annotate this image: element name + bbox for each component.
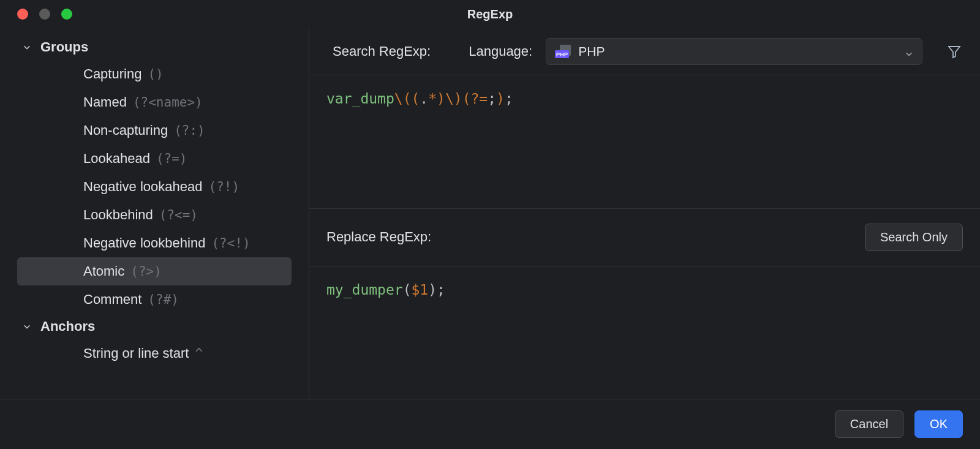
tree-item-hint: (?:) xyxy=(174,123,205,138)
tree-item-negative-lookbehind[interactable]: Negative lookbehind (?<!) xyxy=(17,229,292,257)
search-toolbar: Search RegExp: Language: PHP PHP xyxy=(309,28,980,75)
tree-item-hint: (?!) xyxy=(208,179,239,194)
titlebar: RegExp xyxy=(0,0,980,28)
tree-item-hint: () xyxy=(148,67,163,81)
language-select[interactable]: PHP PHP xyxy=(546,38,922,65)
close-window-button[interactable] xyxy=(17,9,28,20)
tree-item-label: Negative lookbehind xyxy=(83,235,205,251)
dialog-content: Groups Capturing () Named (?<name>) Non-… xyxy=(0,28,980,399)
group-label: Groups xyxy=(40,39,88,55)
search-only-button[interactable]: Search Only xyxy=(865,224,963,251)
tree-item-negative-lookahead[interactable]: Negative lookahead (?!) xyxy=(17,173,292,201)
tree-item-lookbehind[interactable]: Lookbehind (?<=) xyxy=(17,201,292,229)
search-regexp-editor[interactable]: var_dump\((.*)\)(?=;); xyxy=(309,75,980,209)
minimize-window-button[interactable] xyxy=(39,9,50,20)
tree-item-label: Lookahead xyxy=(83,151,150,167)
window-controls xyxy=(0,9,72,20)
chevron-down-icon xyxy=(22,42,32,52)
tree-item-string-start[interactable]: String or line start ^ xyxy=(17,339,292,368)
dialog-footer: Cancel OK xyxy=(0,399,980,449)
token-identifier: my_dumper xyxy=(326,282,403,298)
tree-item-lookahead[interactable]: Lookahead (?=) xyxy=(17,145,292,173)
tree-item-comment[interactable]: Comment (?#) xyxy=(17,285,292,314)
svg-marker-0 xyxy=(949,47,960,58)
group-header-anchors[interactable]: Anchors xyxy=(0,314,309,339)
tree-item-label: Negative lookahead xyxy=(83,179,202,195)
token-group: ) xyxy=(437,91,445,107)
tree-item-non-capturing[interactable]: Non-capturing (?:) xyxy=(17,116,292,145)
search-regexp-label: Search RegExp: xyxy=(333,43,431,59)
tree-item-named[interactable]: Named (?<name>) xyxy=(17,88,292,116)
token-quantifier: * xyxy=(428,91,437,107)
chevron-down-icon xyxy=(905,47,913,56)
php-file-icon: PHP xyxy=(555,45,571,58)
filter-icon[interactable] xyxy=(946,43,963,60)
token-literal: . xyxy=(420,91,428,107)
token-backref: $1 xyxy=(411,282,428,298)
tree-item-label: Non-capturing xyxy=(83,123,168,138)
tree-item-hint: (?>) xyxy=(130,264,162,279)
zoom-window-button[interactable] xyxy=(61,9,72,20)
token-escape: \( xyxy=(394,91,412,107)
tree-item-hint: (?<!) xyxy=(211,236,250,251)
token-literal: ) xyxy=(428,282,437,298)
tree-item-hint: (?=) xyxy=(156,151,187,166)
reference-sidebar: Groups Capturing () Named (?<name>) Non-… xyxy=(0,28,309,399)
token-literal: ( xyxy=(403,282,412,298)
token-group: ( xyxy=(411,91,420,107)
ok-button[interactable]: OK xyxy=(914,410,963,438)
main-panel: Search RegExp: Language: PHP PHP var_dum… xyxy=(309,28,980,399)
group-label: Anchors xyxy=(40,319,95,334)
cancel-button[interactable]: Cancel xyxy=(835,410,903,438)
tree-item-hint: ^ xyxy=(195,346,203,361)
language-label: Language: xyxy=(469,43,532,59)
tree-item-hint: (?<name>) xyxy=(133,95,203,110)
tree-item-atomic[interactable]: Atomic (?>) xyxy=(17,257,292,285)
language-value: PHP xyxy=(578,44,897,59)
tree-item-hint: (?#) xyxy=(148,292,179,307)
token-lookahead: (?= xyxy=(462,91,488,107)
token-literal: ; xyxy=(437,282,445,298)
token-escape: \) xyxy=(445,91,462,107)
replace-regexp-label: Replace RegExp: xyxy=(326,229,865,245)
tree-item-label: Comment xyxy=(83,292,141,308)
replace-regexp-editor[interactable]: my_dumper($1); xyxy=(309,266,980,399)
tree-item-capturing[interactable]: Capturing () xyxy=(17,60,292,88)
tree-item-label: Atomic xyxy=(83,263,124,279)
tree-item-label: Lookbehind xyxy=(83,207,153,223)
replace-toolbar: Replace RegExp: Search Only xyxy=(309,209,980,266)
token-function: var_dump xyxy=(326,91,394,107)
window-title: RegExp xyxy=(0,7,980,21)
token-literal: ; xyxy=(488,91,496,107)
tree-item-hint: (?<=) xyxy=(159,208,198,222)
php-chip: PHP xyxy=(555,50,569,58)
tree-item-label: String or line start xyxy=(83,345,189,361)
group-header-groups[interactable]: Groups xyxy=(0,34,309,60)
token-literal: ; xyxy=(505,91,513,107)
token-lookahead: ) xyxy=(496,91,505,107)
chevron-down-icon xyxy=(22,322,32,331)
tree-item-label: Named xyxy=(83,94,127,110)
tree-item-label: Capturing xyxy=(83,66,141,82)
